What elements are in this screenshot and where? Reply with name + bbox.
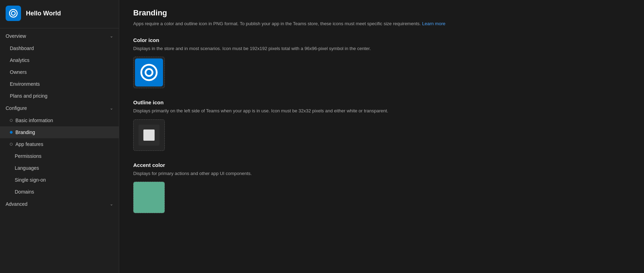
color-icon-description: Displays in the store and in most scenar… [133, 45, 630, 52]
sidebar-overview-header[interactable]: Overview ⌄ [0, 30, 119, 42]
app-features-label: App features [15, 141, 43, 147]
sidebar-item-sso[interactable]: Single sign-on [0, 174, 119, 186]
sidebar-item-app-features[interactable]: App features [0, 138, 119, 150]
basic-info-label: Basic information [15, 118, 53, 123]
sidebar-item-environments[interactable]: Environments [0, 78, 119, 90]
color-icon-section: Color icon Displays in the store and in … [133, 37, 630, 89]
accent-color-preview[interactable] [133, 182, 165, 213]
dashboard-label: Dashboard [10, 46, 34, 51]
page-description-text: Apps require a color and outline icon in… [133, 21, 421, 26]
sso-label: Single sign-on [15, 177, 46, 183]
app-features-dot-icon [10, 143, 13, 146]
app-header: Hello World [0, 0, 119, 27]
advanced-label: Advanced [6, 201, 27, 207]
domains-label: Domains [15, 189, 34, 195]
outline-icon-title: Outline icon [133, 99, 630, 105]
sidebar-advanced-header[interactable]: Advanced ⌄ [0, 198, 119, 210]
plans-label: Plans and pricing [10, 93, 47, 99]
owners-label: Owners [10, 69, 27, 75]
configure-label: Configure [6, 105, 27, 111]
branding-dot-icon [10, 131, 13, 134]
outline-icon-section: Outline icon Displays primarily on the l… [133, 99, 630, 151]
analytics-label: Analytics [10, 57, 29, 63]
sidebar-item-branding[interactable]: Branding [0, 126, 119, 138]
sidebar-divider-top [0, 28, 119, 28]
sidebar-item-owners[interactable]: Owners [0, 66, 119, 78]
branding-label: Branding [15, 130, 35, 135]
configure-chevron-icon: ⌄ [110, 106, 113, 111]
basic-info-dot-icon [10, 119, 13, 122]
learn-more-link[interactable]: Learn more [422, 21, 445, 26]
color-icon-preview[interactable] [133, 57, 165, 88]
svg-point-2 [141, 65, 157, 80]
app-title: Hello World [26, 10, 61, 17]
accent-color-section: Accent color Displays for primary action… [133, 162, 630, 214]
advanced-chevron-icon: ⌄ [110, 202, 113, 206]
accent-color-description: Displays for primary actions and other a… [133, 170, 630, 177]
sidebar-item-permissions[interactable]: Permissions [0, 150, 119, 162]
color-icon-svg [139, 63, 159, 82]
sidebar-item-analytics[interactable]: Analytics [0, 54, 119, 66]
outline-icon-description: Displays primarily on the left side of T… [133, 107, 630, 114]
svg-point-3 [145, 69, 152, 76]
sidebar-item-dashboard[interactable]: Dashboard [0, 42, 119, 54]
accent-color-title: Accent color [133, 162, 630, 168]
page-title: Branding [133, 8, 630, 18]
outline-icon-square [143, 130, 155, 141]
overview-label: Overview [6, 33, 26, 39]
outline-icon-preview[interactable] [133, 119, 165, 151]
sidebar-item-plans[interactable]: Plans and pricing [0, 90, 119, 102]
permissions-label: Permissions [15, 153, 41, 159]
environments-label: Environments [10, 81, 40, 87]
page-description: Apps require a color and outline icon in… [133, 20, 630, 27]
app-logo [6, 6, 21, 21]
color-icon-inner [135, 58, 163, 86]
app-logo-icon [8, 8, 18, 18]
sidebar-item-basic-info[interactable]: Basic information [0, 114, 119, 126]
sidebar-configure-header[interactable]: Configure ⌄ [0, 102, 119, 114]
svg-point-0 [9, 9, 17, 17]
svg-point-1 [12, 12, 15, 15]
sidebar-item-domains[interactable]: Domains [0, 186, 119, 198]
overview-chevron-icon: ⌄ [110, 34, 113, 38]
languages-label: Languages [15, 165, 39, 171]
main-content: Branding Apps require a color and outlin… [119, 0, 644, 273]
sidebar-item-languages[interactable]: Languages [0, 162, 119, 174]
color-icon-title: Color icon [133, 37, 630, 43]
outline-icon-inner [138, 125, 160, 146]
sidebar: Hello World Overview ⌄ Dashboard Analyti… [0, 0, 119, 273]
